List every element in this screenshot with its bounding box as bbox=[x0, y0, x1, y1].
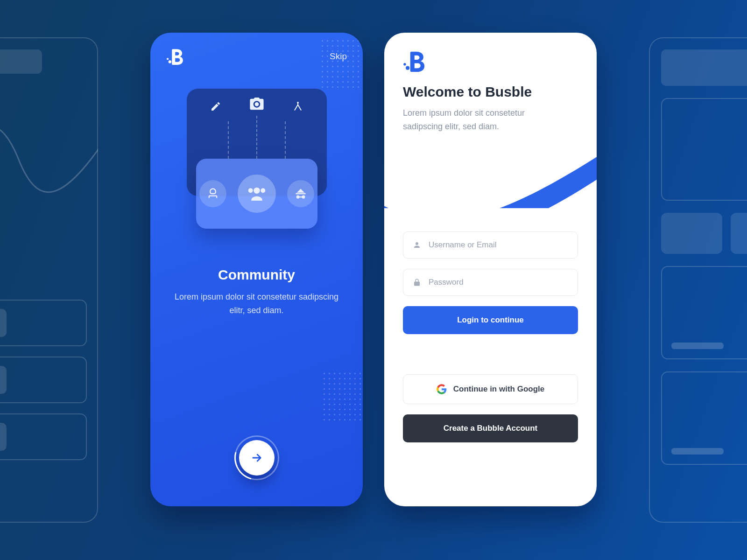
svg-point-1 bbox=[167, 58, 169, 60]
arrow-right-icon bbox=[250, 451, 263, 464]
svg-point-0 bbox=[169, 60, 171, 63]
welcome-title: Welcome to Busble bbox=[403, 84, 578, 100]
svg-point-3 bbox=[403, 63, 406, 65]
onboarding-screen: Skip bbox=[150, 33, 363, 506]
username-placeholder: Username or Email bbox=[429, 240, 497, 250]
astronaut-icon bbox=[199, 180, 226, 207]
welcome-subtitle: Lorem ipsum dolor sit consetetur sadipsc… bbox=[403, 106, 557, 133]
create-account-label: Create a Bubble Account bbox=[444, 424, 538, 433]
onboarding-title: Community bbox=[150, 267, 363, 283]
brand-logo-icon bbox=[403, 49, 578, 74]
brand-logo-icon bbox=[166, 47, 186, 66]
progress-ring bbox=[234, 435, 279, 480]
google-icon bbox=[437, 384, 447, 394]
password-input[interactable]: Password bbox=[403, 269, 578, 296]
lock-icon bbox=[413, 278, 421, 287]
onboarding-description: Lorem ipsum dolor sit consetetur sadipsc… bbox=[173, 290, 340, 317]
compass-icon bbox=[291, 100, 304, 113]
password-placeholder: Password bbox=[429, 278, 464, 287]
next-button[interactable] bbox=[239, 440, 275, 476]
google-login-button[interactable]: Continue in with Google bbox=[403, 374, 578, 404]
camera-icon bbox=[248, 96, 265, 112]
group-icon bbox=[238, 175, 276, 213]
login-button-label: Login to continue bbox=[457, 315, 524, 325]
user-icon bbox=[413, 241, 421, 249]
username-input[interactable]: Username or Email bbox=[403, 231, 578, 259]
pencil-icon bbox=[209, 100, 222, 113]
spy-icon bbox=[287, 180, 314, 207]
decorative-wave bbox=[384, 143, 597, 208]
create-account-button[interactable]: Create a Bubble Account bbox=[403, 414, 578, 442]
onboarding-illustration bbox=[177, 89, 336, 247]
svg-point-2 bbox=[406, 66, 409, 70]
login-screen: Welcome to Busble Lorem ipsum dolor sit … bbox=[384, 33, 597, 506]
login-button[interactable]: Login to continue bbox=[403, 306, 578, 334]
google-button-label: Continue in with Google bbox=[453, 385, 544, 394]
